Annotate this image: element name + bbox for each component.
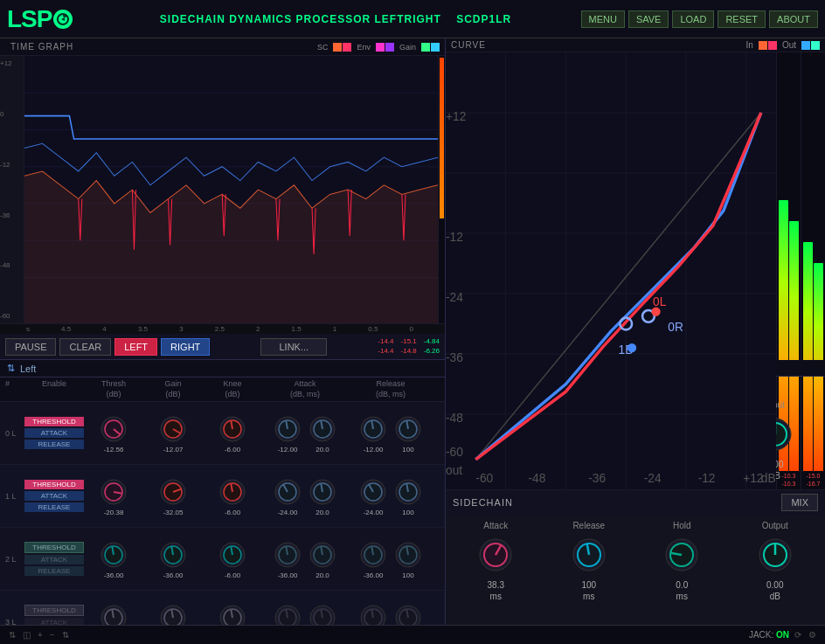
time-label-0: 0	[410, 325, 413, 333]
time-label-2.5: 2.5	[215, 325, 225, 333]
footer-jack-btn-2[interactable]: ⚙	[807, 630, 818, 640]
band-2l-gain-knob[interactable]	[156, 538, 190, 571]
left-button[interactable]: LEFT	[114, 338, 157, 356]
transport-bar: PAUSE CLEAR LEFT RIGHT LINK... -14.4 -14…	[0, 334, 445, 359]
band-1l-release-wrap: -24.00 100	[348, 475, 433, 516]
output-knob[interactable]	[754, 534, 796, 576]
pause-button[interactable]: PAUSE	[5, 338, 56, 356]
band-1l-attack-db-knob[interactable]	[271, 475, 304, 509]
load-button[interactable]: LOAD	[672, 10, 714, 28]
svg-text:0L: 0L	[653, 295, 667, 308]
band-3l-attack-btn[interactable]: ATTACK	[24, 618, 84, 625]
about-button[interactable]: ABOUT	[769, 10, 818, 28]
footer-jack-btn-1[interactable]: ⟳	[793, 630, 803, 640]
band-0l-release-db-knob[interactable]	[357, 412, 390, 446]
band-0l-thresh-knob[interactable]	[97, 412, 130, 446]
band-0l-knee-knob[interactable]	[216, 412, 249, 446]
header: LSP SIDECHAIN DYNAMICS PROCESSOR LEFTRIG…	[0, 0, 825, 38]
svg-point-121	[651, 308, 660, 316]
attack-cell: Attack 38.3 ms	[451, 502, 541, 620]
band-0l-gain-knob[interactable]	[156, 412, 190, 446]
band-2l-gain-knob-wrap: -36.00	[143, 538, 203, 579]
svg-text:-48: -48	[529, 472, 546, 485]
band-3l-gain-knob-wrap: -48.00	[143, 601, 203, 625]
band-row-3l: 3 L THRESHOLD ATTACK RELEASE	[0, 591, 445, 625]
band-2l-knee-knob[interactable]	[216, 538, 249, 571]
sc-color-1	[333, 43, 342, 52]
footer-btn-3[interactable]: +	[36, 630, 45, 640]
clear-button[interactable]: CLEAR	[59, 338, 111, 356]
signal-release-knob[interactable]	[568, 534, 610, 576]
band-0l-release-ms-val: 100	[402, 446, 413, 454]
db-label--12: -12	[0, 161, 24, 169]
signal-attack-knob[interactable]	[475, 534, 516, 576]
band-3l-attack-db-wrap: -48.00	[271, 601, 304, 625]
band-3l-gain-knob[interactable]	[156, 601, 190, 625]
env-label: Env	[357, 43, 371, 52]
band-3l-attack-db-knob[interactable]	[271, 601, 304, 625]
band-2l-attack-btn[interactable]: ATTACK	[24, 555, 84, 564]
band-2l-attack-db-wrap: -36.00	[271, 538, 304, 579]
band-0l-attack-btn[interactable]: ATTACK	[24, 428, 84, 438]
band-0l-release-btn[interactable]: RELEASE	[24, 440, 84, 449]
band-3l-thresh-knob[interactable]	[97, 601, 130, 625]
band-0l-release-ms-knob[interactable]	[392, 412, 425, 446]
band-0l-attack-ms-knob[interactable]	[306, 412, 339, 446]
save-button[interactable]: SAVE	[628, 10, 669, 28]
band-0l-release-ms-wrap: 100	[392, 412, 425, 454]
col-header-thresh: Thresh(dB)	[84, 379, 143, 399]
band-3l-threshold-btn[interactable]: THRESHOLD	[24, 605, 84, 616]
band-1l-gain-val: -32.05	[163, 509, 184, 516]
band-2l-attack-db-knob[interactable]	[271, 538, 304, 571]
band-1l-attack-ms-knob[interactable]	[306, 475, 339, 509]
band-1l-thresh-val: -20.38	[104, 509, 124, 516]
curve-svg: -60 -48 -36 -24 -12 +12 dB +12 -12 -24 -…	[446, 52, 776, 489]
svg-marker-7	[24, 171, 438, 323]
footer-btn-4[interactable]: −	[48, 630, 57, 640]
band-2l-release-btn[interactable]: RELEASE	[24, 566, 84, 576]
hold-knob[interactable]	[661, 534, 703, 576]
band-2l-release-db-knob[interactable]	[357, 538, 390, 571]
svg-point-124	[627, 343, 636, 352]
band-1l-release-db-wrap: -24.00	[357, 475, 390, 516]
band-1l-release-db-knob[interactable]	[357, 475, 390, 509]
band-1l-gain-knob[interactable]	[156, 475, 190, 509]
band-0l-threshold-btn[interactable]: THRESHOLD	[24, 417, 84, 426]
band-3l-thresh-knob-wrap: -48.00	[84, 601, 143, 625]
band-2l-thresh-val: -36.00	[104, 571, 124, 579]
band-2l-release-ms-knob[interactable]	[392, 538, 425, 571]
sc-meter-bar	[440, 58, 444, 218]
link-button[interactable]: LINK...	[260, 338, 327, 356]
band-3l-attack-ms-knob[interactable]	[306, 601, 339, 625]
band-3l-release-ms-knob[interactable]	[392, 601, 425, 625]
band-2l-attack-ms-knob[interactable]	[306, 538, 339, 571]
footer-btn-1[interactable]: ⇅	[7, 630, 17, 640]
band-row-2l: 2 L THRESHOLD ATTACK RELEASE	[0, 528, 445, 591]
band-2l-thresh-knob[interactable]	[97, 538, 130, 571]
in-out-header: In Out	[746, 40, 820, 50]
curve-label: CURVE	[451, 40, 486, 50]
band-0l-gain-val: -12.07	[163, 446, 184, 454]
band-1l-thresh-knob[interactable]	[97, 475, 130, 509]
footer-btn-5[interactable]: ⇅	[60, 630, 71, 640]
footer-btn-2[interactable]: ◫	[21, 630, 32, 640]
band-2l-threshold-btn[interactable]: THRESHOLD	[24, 542, 84, 553]
band-3l-release-db-knob[interactable]	[357, 601, 390, 625]
band-1l-release-ms-knob[interactable]	[392, 475, 425, 509]
band-0l-attack-ms-wrap: 20.0	[306, 412, 339, 454]
app-wrapper: LSP SIDECHAIN DYNAMICS PROCESSOR LEFTRIG…	[0, 0, 825, 644]
band-1l-attack-btn[interactable]: ATTACK	[24, 491, 84, 501]
right-button[interactable]: RIGHT	[161, 338, 210, 356]
sc-readout: -14.4 -14.4	[378, 337, 393, 356]
band-1l-knee-knob[interactable]	[216, 475, 249, 509]
band-0l-attack-db-knob[interactable]	[271, 412, 304, 446]
svg-text:-24: -24	[644, 472, 662, 485]
output-label: Output	[762, 521, 788, 530]
band-1l-threshold-btn[interactable]: THRESHOLD	[24, 480, 84, 489]
env-color-1	[376, 43, 385, 52]
menu-button[interactable]: MENU	[581, 10, 625, 28]
band-3l-knee-knob[interactable]	[216, 601, 249, 625]
reset-button[interactable]: RESET	[718, 10, 766, 28]
band-1l-release-btn[interactable]: RELEASE	[24, 502, 84, 512]
band-0l-attack-ms-val: 20.0	[315, 446, 329, 454]
